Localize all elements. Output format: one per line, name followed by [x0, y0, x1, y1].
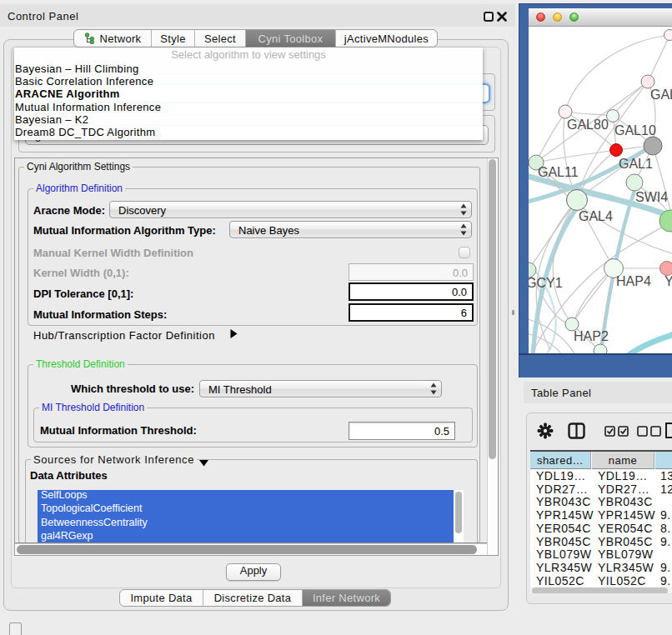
svg-text:GAL11: GAL11 — [538, 165, 579, 179]
svg-text:GAL10: GAL10 — [614, 123, 656, 138]
svg-text:YJ: YJ — [664, 274, 672, 288]
svg-text:GAL1: GAL1 — [619, 157, 653, 171]
svg-text:GAL80: GAL80 — [567, 118, 609, 132]
svg-text:SWI4: SWI4 — [635, 190, 668, 204]
svg-text:HAP2: HAP2 — [574, 329, 609, 343]
svg-text:GAL4: GAL4 — [579, 209, 613, 223]
svg-text:GCY1: GCY1 — [529, 276, 563, 290]
svg-text:HAP4: HAP4 — [616, 274, 651, 288]
svg-text:GAL2: GAL2 — [650, 88, 672, 102]
